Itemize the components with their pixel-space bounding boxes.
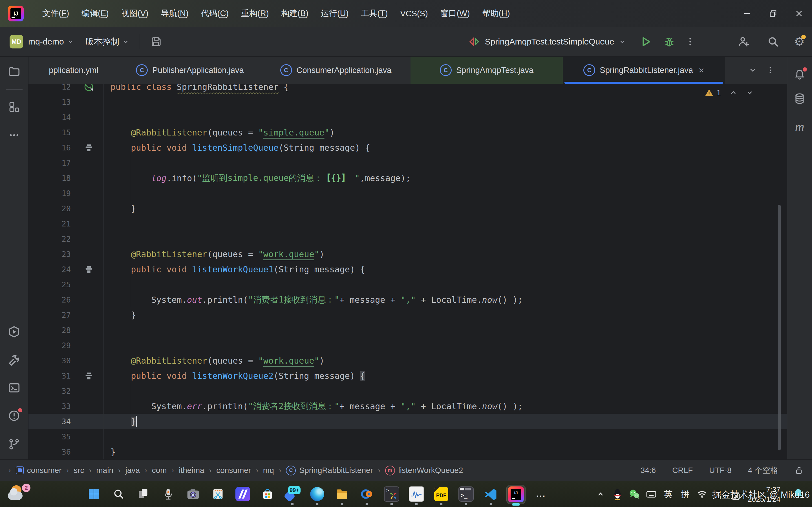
- taskbar-taskview-icon[interactable]: [134, 485, 153, 503]
- problems-tool-icon[interactable]: [8, 409, 20, 422]
- menu-item-V[interactable]: 视图(V): [115, 4, 155, 23]
- breadcrumb-item-consumer[interactable]: consumer: [216, 466, 251, 475]
- breadcrumb-item-itheima[interactable]: itheima: [179, 466, 204, 475]
- taskbar-explorer-icon[interactable]: [333, 485, 351, 503]
- code-line-28[interactable]: 28: [29, 323, 787, 338]
- code-line-16[interactable]: 16public void listenSimpleQueue(String m…: [29, 140, 787, 155]
- taskbar-wave-icon[interactable]: [407, 485, 426, 503]
- project-tool-icon[interactable]: [8, 65, 20, 78]
- taskbar-store-icon[interactable]: [258, 485, 277, 503]
- breadcrumb-item-java[interactable]: java: [125, 466, 140, 475]
- maven-tool-icon[interactable]: m: [795, 119, 804, 134]
- search-everywhere-icon[interactable]: [765, 33, 781, 50]
- database-tool-icon[interactable]: [794, 93, 806, 105]
- notifications-bell-icon[interactable]: [794, 68, 806, 81]
- code-line-34[interactable]: 34}: [29, 414, 787, 429]
- editor-scrollbar[interactable]: [778, 205, 781, 450]
- code-line-31[interactable]: 31public void listenWorkQueue2(String me…: [29, 368, 787, 383]
- menu-item-F[interactable]: 文件(F): [36, 4, 75, 23]
- tab-publisherapplication-java[interactable]: CPublisherApplication.java: [119, 57, 261, 83]
- next-problem-icon[interactable]: [746, 89, 754, 97]
- menu-item-E[interactable]: 编辑(E): [75, 4, 115, 23]
- code-line-24[interactable]: 24public void listenWorkQueue1(String me…: [29, 262, 787, 277]
- menu-item-S[interactable]: VCS(S): [394, 5, 434, 22]
- menu-item-U[interactable]: 运行(U): [315, 4, 355, 23]
- breadcrumb-item-springrabbitlistener[interactable]: CSpringRabbitListener: [286, 466, 373, 475]
- project-badge[interactable]: MD: [10, 35, 23, 48]
- spring-gutter-icon[interactable]: [74, 83, 103, 92]
- tab-list-chevron-icon[interactable]: [749, 57, 757, 83]
- menu-item-B[interactable]: 构建(B): [275, 4, 315, 23]
- code-line-14[interactable]: 14: [29, 110, 787, 125]
- menu-item-H[interactable]: 帮助(H): [476, 4, 516, 23]
- listener-gutter-icon[interactable]: [74, 371, 103, 381]
- taskbar-camera-icon[interactable]: [184, 485, 202, 503]
- structure-tool-icon[interactable]: [8, 101, 20, 113]
- ime-pinyin-indicator[interactable]: 拼: [677, 486, 694, 503]
- vcs-widget[interactable]: 版本控制: [86, 36, 119, 48]
- tab-springamqptest-java[interactable]: CSpringAmqpTest.java: [410, 57, 563, 83]
- code-line-19[interactable]: 19: [29, 186, 787, 201]
- services-tool-icon[interactable]: [8, 325, 20, 338]
- run-button[interactable]: [637, 33, 654, 50]
- code-editor[interactable]: 12public class SpringRabbitListener {131…: [29, 83, 787, 459]
- taskbar-more-icon[interactable]: ...: [532, 485, 550, 503]
- code-line-23[interactable]: 23@RabbitListener(queues = "work.queue"): [29, 246, 787, 262]
- menu-item-C[interactable]: 代码(C): [195, 4, 235, 23]
- minimize-button[interactable]: [734, 0, 760, 27]
- code-line-25[interactable]: 25: [29, 277, 787, 292]
- code-line-17[interactable]: 17: [29, 155, 787, 170]
- project-selector[interactable]: mq-demo: [28, 37, 64, 47]
- run-configuration-selector[interactable]: SpringAmqpTest.testSimpleQueue: [485, 37, 614, 47]
- ime-english-indicator[interactable]: 英: [660, 486, 677, 503]
- file-encoding[interactable]: UTF-8: [709, 466, 731, 475]
- settings-gear-icon[interactable]: ⚙: [794, 36, 805, 48]
- taskbar-chain-icon[interactable]: [357, 485, 376, 503]
- taskbar-terminal-icon[interactable]: >_: [457, 485, 475, 503]
- code-line-20[interactable]: 20}: [29, 201, 787, 216]
- wifi-icon[interactable]: [694, 486, 711, 503]
- code-line-13[interactable]: 13: [29, 94, 787, 110]
- taskbar-mic-icon[interactable]: [159, 485, 177, 503]
- build-tool-icon[interactable]: [8, 354, 20, 367]
- menu-item-N[interactable]: 导航(N): [154, 4, 195, 23]
- tray-chevron-up-icon[interactable]: [592, 486, 609, 503]
- inspection-widget[interactable]: 1: [705, 88, 754, 97]
- indent-setting[interactable]: 4 个空格: [748, 465, 778, 476]
- code-line-33[interactable]: 33System.err.println("消费者2接收到消息："+ messa…: [29, 399, 787, 414]
- tab-close-icon[interactable]: ×: [699, 65, 704, 75]
- breadcrumb-item-listenworkqueue2[interactable]: mlistenWorkQueue2: [385, 466, 463, 475]
- terminal-tool-icon[interactable]: [8, 381, 20, 394]
- taskbar-snip-icon[interactable]: [209, 485, 227, 503]
- taskbar-slashapp-icon[interactable]: [234, 485, 252, 503]
- debug-button[interactable]: [661, 33, 678, 50]
- listener-gutter-icon[interactable]: [74, 143, 103, 152]
- taskbar-start-icon[interactable]: [85, 485, 103, 503]
- code-line-36[interactable]: 36}: [29, 444, 787, 459]
- tray-qq-icon[interactable]: [609, 486, 626, 503]
- code-line-12[interactable]: 12public class SpringRabbitListener {: [29, 83, 787, 94]
- taskbar-vscode-icon[interactable]: [481, 485, 500, 503]
- code-with-me-icon[interactable]: [735, 33, 752, 50]
- more-tool-windows-icon[interactable]: [8, 129, 20, 141]
- chevron-down-icon[interactable]: [619, 38, 626, 45]
- taskbar-edge-icon[interactable]: [308, 485, 326, 503]
- code-line-21[interactable]: 21: [29, 216, 787, 231]
- code-line-15[interactable]: 15@RabbitListener(queues = "simple.queue…: [29, 125, 787, 140]
- breadcrumb-item-mq[interactable]: mq: [263, 466, 274, 475]
- breadcrumb-item-main[interactable]: main: [96, 466, 113, 475]
- tab-pplication-yml[interactable]: pplication.yml: [29, 57, 119, 83]
- menu-item-R[interactable]: 重构(R): [235, 4, 275, 23]
- code-line-27[interactable]: 27}: [29, 307, 787, 323]
- more-actions-button[interactable]: [682, 33, 699, 50]
- tray-wechat-icon[interactable]: [626, 486, 643, 503]
- code-line-18[interactable]: 18log.info("监听到simple.queue的消息：【{}】 ",me…: [29, 170, 787, 186]
- save-all-button[interactable]: [148, 33, 165, 50]
- unlocked-icon[interactable]: [795, 466, 804, 475]
- caret-position[interactable]: 34:6: [641, 466, 656, 475]
- breadcrumb-item-src[interactable]: src: [73, 466, 84, 475]
- breadcrumb-item-com[interactable]: com: [152, 466, 167, 475]
- breadcrumb-item-consumer[interactable]: consumer: [16, 466, 62, 475]
- taskbar-pdf-icon[interactable]: PDF: [432, 485, 451, 503]
- code-line-22[interactable]: 22: [29, 231, 787, 246]
